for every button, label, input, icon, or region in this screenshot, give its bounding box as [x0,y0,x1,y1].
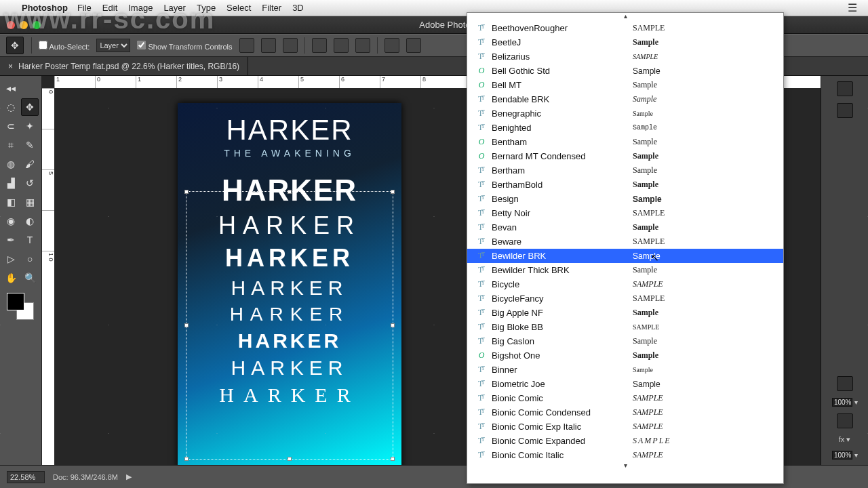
menu-filter[interactable]: Filter [262,3,281,13]
panel-icon[interactable] [837,413,853,428]
scroll-down-icon[interactable]: ▾ [467,462,783,470]
distribute-btn[interactable] [384,38,399,53]
font-sample: SAMPLE [633,279,774,289]
menu-file[interactable]: File [77,3,92,13]
minimize-window-button[interactable] [20,21,28,29]
eraser-tool[interactable]: ◧ [2,193,20,211]
toolbox-collapse-icon[interactable]: ◂◂ [2,79,20,97]
font-option[interactable]: BerthamBoldSample [467,178,783,192]
font-option[interactable]: BenegraphicSample [467,106,783,121]
font-option[interactable]: BeethovenRougherSAMPLE [467,21,783,35]
vertical-ruler[interactable]: 051 0 [42,88,54,465]
close-tab-icon[interactable]: × [8,62,13,71]
align-btn[interactable] [283,38,298,53]
font-option[interactable]: Biometric JoeSample [467,377,783,391]
menu-type[interactable]: Type [197,3,216,13]
font-option[interactable]: Bionic ComicSAMPLE [467,391,783,405]
eyedropper-tool[interactable]: ✎ [21,136,39,154]
distribute-btn[interactable] [406,38,421,53]
font-option[interactable]: BicycleSAMPLE [467,277,783,291]
font-option[interactable]: Bewilder BRKSample [467,249,783,263]
font-option[interactable]: BinnerSample [467,363,783,377]
panel-icon[interactable] [837,376,853,391]
move-tool-indicator[interactable]: ✥ [6,37,24,54]
font-option[interactable]: Bendable BRKSample [467,92,783,106]
move-tool[interactable]: ✥ [21,98,39,116]
font-option[interactable]: BerthamSample [467,163,783,178]
auto-select-checkbox[interactable]: Auto-Select: [39,41,90,51]
font-option[interactable]: OBell Gothic StdSample [467,64,783,78]
align-btn[interactable] [312,38,327,53]
zoom-field[interactable]: 22.58% [7,471,45,483]
menu-edit[interactable]: Edit [102,3,117,13]
pen-tool[interactable]: ✒ [2,231,20,249]
brush-tool[interactable]: 🖌 [21,155,39,173]
panel-icon[interactable] [837,103,853,118]
fx-label[interactable]: fx ▾ [839,435,851,444]
show-transform-checkbox[interactable]: Show Transform Controls [137,41,232,51]
font-option[interactable]: Bionic Comic CondensedSAMPLE [467,405,783,420]
font-option[interactable]: BeetleJSample [467,35,783,49]
align-btn[interactable] [355,38,370,53]
font-option[interactable]: Big CaslonSample [467,334,783,348]
hand-tool[interactable]: ✋ [2,269,20,287]
opacity-input[interactable] [832,398,852,407]
marquee-tool[interactable]: ◌ [2,98,20,116]
font-option[interactable]: BewareSAMPLE [467,235,783,249]
font-option[interactable]: BenightedSample [467,121,783,135]
font-option[interactable]: BicycleFancySAMPLE [467,291,783,306]
menu-image[interactable]: Image [128,3,153,13]
clone-stamp-tool[interactable]: ▟ [2,174,20,192]
font-option[interactable]: Bionic Comic ExpandedSAMPLE [467,434,783,448]
align-btn[interactable] [334,38,349,53]
transform-selection[interactable] [186,191,393,460]
gradient-tool[interactable]: ▦ [21,193,39,211]
history-brush-tool[interactable]: ↺ [21,174,39,192]
align-btn[interactable] [261,38,276,53]
font-option[interactable]: Big Apple NFSample [467,306,783,320]
lasso-tool[interactable]: ⊂ [2,117,20,135]
font-option[interactable]: Bionic Comic Exp ItalicSAMPLE [467,420,783,434]
font-family-dropdown[interactable]: ▴ BeethovenRougherSAMPLEBeetleJSampleBel… [467,12,784,484]
dodge-tool[interactable]: ◐ [21,212,39,230]
path-selection-tool[interactable]: ▷ [2,250,20,268]
menu-select[interactable]: Select [226,3,251,13]
healing-brush-tool[interactable]: ◍ [2,155,20,173]
menu-3d[interactable]: 3D [292,3,304,13]
font-option[interactable]: BevanSample [467,220,783,235]
shape-tool[interactable]: ○ [21,250,39,268]
truetype-icon [477,165,486,176]
font-option[interactable]: OBernard MT CondensedSample [467,149,783,163]
status-arrow-icon[interactable]: ▶ [126,472,132,481]
auto-select-dropdown[interactable]: Layer [96,39,130,52]
color-swatches[interactable] [7,293,34,320]
menu-layer[interactable]: Layer [163,3,186,13]
font-name: BerthamBold [492,180,627,190]
font-option[interactable]: Big Bloke BBSAMPLE [467,320,783,334]
crop-tool[interactable]: ⌗ [2,136,20,154]
font-option[interactable]: OBenthamSample [467,135,783,149]
close-window-button[interactable] [7,21,15,29]
panel-icon[interactable] [837,81,853,96]
app-name[interactable]: Photoshop [22,3,68,13]
document-tab[interactable]: × Harker Poster Temp flat.psd @ 22.6% (H… [0,57,248,75]
magic-wand-tool[interactable]: ✦ [21,117,39,135]
font-option[interactable]: OBigshot OneSample [467,348,783,363]
poster-canvas[interactable]: HARKER THE AWAKENING HARKERHARKERHARKERH… [178,103,401,465]
font-option[interactable]: Bewilder Thick BRKSample [467,263,783,277]
font-option[interactable]: OBell MTSample [467,78,783,92]
blur-tool[interactable]: ◉ [2,212,20,230]
scroll-up-icon[interactable]: ▴ [467,13,783,21]
font-option[interactable]: Betty NoirSAMPLE [467,206,783,220]
align-btn[interactable] [239,38,254,53]
font-option[interactable]: BesignSample [467,192,783,206]
menu-icon[interactable]: ☰ [848,1,857,14]
type-tool[interactable]: T [21,231,39,249]
font-option[interactable]: BelizariusSAMPLE [467,49,783,64]
fill-input[interactable] [832,451,852,460]
zoom-window-button[interactable] [33,21,41,29]
font-option[interactable]: Bionic Comic ItalicSAMPLE [467,448,783,462]
foreground-color-swatch[interactable] [7,293,24,310]
zoom-tool[interactable]: 🔍 [21,269,39,287]
font-name: Bigshot One [492,350,627,361]
